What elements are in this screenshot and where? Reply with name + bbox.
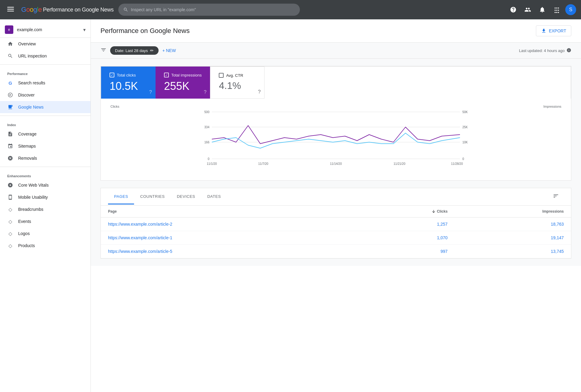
sidebar-item-events[interactable]: ◇ Events — [0, 215, 90, 227]
last-updated: Last updated: 4 hours ago — [519, 48, 571, 54]
sidebar-item-logos[interactable]: ◇ Logos — [0, 227, 90, 240]
page-url[interactable]: https://www.example.com/article-1 — [101, 231, 356, 245]
svg-text:334: 334 — [204, 126, 209, 129]
svg-text:50K: 50K — [462, 110, 468, 114]
svg-text:11/7/20: 11/7/20 — [258, 162, 268, 165]
export-button[interactable]: EXPORT — [536, 25, 571, 36]
sidebar-item-label: Mobile Usability — [18, 195, 48, 200]
sidebar-item-breadcrumbs[interactable]: ◇ Breadcrumbs — [0, 203, 90, 215]
sidebar-item-sitemaps[interactable]: Sitemaps — [0, 140, 90, 152]
new-filter-button[interactable]: + NEW — [162, 48, 176, 53]
app-layout: e example.com ▾ Overview URL inspection … — [0, 19, 581, 392]
table-row: https://www.example.com/article-5 997 13… — [101, 245, 571, 258]
impressions-value: 19,147 — [455, 231, 571, 245]
sidebar-item-url-inspection[interactable]: URL inspection — [0, 50, 90, 62]
info-icon[interactable]: ? — [258, 89, 261, 95]
property-selector[interactable]: e example.com ▾ — [0, 22, 90, 38]
sidebar-item-products[interactable]: ◇ Products — [0, 240, 90, 252]
sidebar-item-label: Google News — [18, 105, 44, 109]
svg-text:11/21/20: 11/21/20 — [394, 162, 405, 165]
impressions-checkbox[interactable]: ✓ — [164, 73, 169, 77]
info-icon[interactable] — [566, 48, 571, 54]
page-url[interactable]: https://www.example.com/article-5 — [101, 245, 356, 258]
col-clicks[interactable]: Clicks — [356, 206, 455, 217]
menu-icon[interactable] — [5, 3, 16, 16]
col-page: Page — [101, 206, 356, 217]
url-search-bar[interactable] — [118, 4, 300, 16]
clicks-value: 10.5K — [110, 80, 147, 93]
clicks-value: 1,257 — [356, 217, 455, 231]
sidebar-item-label: URL inspection — [18, 54, 47, 58]
ctr-checkbox[interactable] — [219, 73, 224, 78]
sidebar-item-label: Coverage — [18, 132, 37, 136]
sort-icon[interactable] — [548, 188, 564, 205]
google-g-icon: G — [7, 80, 13, 86]
user-settings-icon[interactable] — [522, 4, 534, 16]
search-input[interactable] — [131, 7, 295, 12]
filter-icon[interactable] — [100, 47, 107, 54]
section-enhancements-label: Enhancements — [0, 169, 90, 179]
tab-pages[interactable]: PAGES — [108, 189, 134, 204]
sidebar-item-core-web-vitals[interactable]: Core Web Vitals — [0, 179, 90, 191]
avg-ctr-card[interactable]: Avg. CTR 4.1% ? — [210, 67, 264, 99]
svg-text:0: 0 — [462, 157, 464, 161]
filter-bar: Date: Last 28 days ✏ + NEW Last updated:… — [91, 43, 581, 59]
avatar[interactable]: S — [565, 4, 576, 15]
tab-dates[interactable]: DATES — [201, 189, 227, 204]
chart-area: Clicks Impressions 500 334 166 0 — [101, 99, 571, 180]
help-icon[interactable] — [507, 4, 519, 16]
sidebar-item-removals[interactable]: Removals — [0, 152, 90, 164]
sidebar-item-label: Core Web Vitals — [18, 183, 49, 188]
sidebar-item-overview[interactable]: Overview — [0, 38, 90, 50]
news-icon — [7, 104, 13, 110]
data-table: Page Clicks Impressions — [101, 206, 571, 258]
topnav: Google Performance on Google News S — [0, 0, 581, 19]
breadcrumbs-icon: ◇ — [7, 206, 13, 212]
clicks-value: 1,070 — [356, 231, 455, 245]
content-area: ✓ Total clicks 10.5K ? ✓ Total impressio… — [91, 59, 581, 266]
apps-icon[interactable] — [551, 4, 563, 16]
svg-text:11/14/20: 11/14/20 — [330, 162, 342, 165]
table-row: https://www.example.com/article-1 1,070 … — [101, 231, 571, 245]
impressions-value: 13,745 — [455, 245, 571, 258]
total-impressions-card[interactable]: ✓ Total impressions 255K ? — [156, 67, 210, 99]
metric-cards: ✓ Total clicks 10.5K ? ✓ Total impressio… — [101, 66, 571, 99]
section-index-label: Index — [0, 118, 90, 128]
page-title: Performance on Google News — [100, 27, 190, 35]
sidebar-item-label: Search results — [18, 80, 45, 85]
date-filter[interactable]: Date: Last 28 days ✏ — [110, 46, 159, 55]
edit-icon: ✏ — [150, 48, 154, 53]
sidebar: e example.com ▾ Overview URL inspection … — [0, 19, 91, 392]
events-icon: ◇ — [7, 218, 13, 224]
sidebar-item-label: Discover — [18, 93, 34, 97]
sidebar-item-discover[interactable]: Discover — [0, 89, 90, 101]
sidebar-item-search-results[interactable]: G Search results — [0, 77, 90, 89]
sidebar-item-google-news[interactable]: Google News — [0, 101, 90, 113]
coverage-icon — [7, 131, 13, 137]
info-icon[interactable]: ? — [204, 90, 207, 95]
total-clicks-card[interactable]: ✓ Total clicks 10.5K ? — [101, 67, 156, 99]
sidebar-item-mobile-usability[interactable]: Mobile Usability — [0, 191, 90, 203]
discover-icon — [7, 92, 13, 98]
svg-text:0: 0 — [208, 157, 209, 161]
sidebar-item-label: Sitemaps — [18, 144, 36, 149]
property-icon: e — [5, 25, 13, 34]
tab-devices[interactable]: DEVICES — [171, 189, 201, 204]
tab-countries[interactable]: COUNTRIES — [134, 189, 171, 204]
clicks-checkbox[interactable]: ✓ — [110, 73, 114, 77]
sidebar-item-coverage[interactable]: Coverage — [0, 128, 90, 140]
sidebar-item-label: Overview — [18, 41, 36, 46]
page-url[interactable]: https://www.example.com/article-2 — [101, 217, 356, 231]
home-icon — [7, 41, 13, 47]
info-icon[interactable]: ? — [149, 90, 152, 95]
sidebar-item-label: Products — [18, 243, 35, 248]
svg-text:25K: 25K — [462, 126, 468, 129]
chart-impressions-label: Impressions — [543, 105, 561, 108]
cwv-icon — [7, 182, 13, 188]
data-table-section: PAGES COUNTRIES DEVICES DATES Page — [100, 188, 571, 259]
google-wordmark: Google — [21, 6, 42, 14]
svg-text:500: 500 — [204, 110, 209, 114]
svg-text:11/1/20: 11/1/20 — [207, 162, 217, 165]
section-performance-label: Performance — [0, 67, 90, 77]
notifications-icon[interactable] — [536, 4, 548, 16]
